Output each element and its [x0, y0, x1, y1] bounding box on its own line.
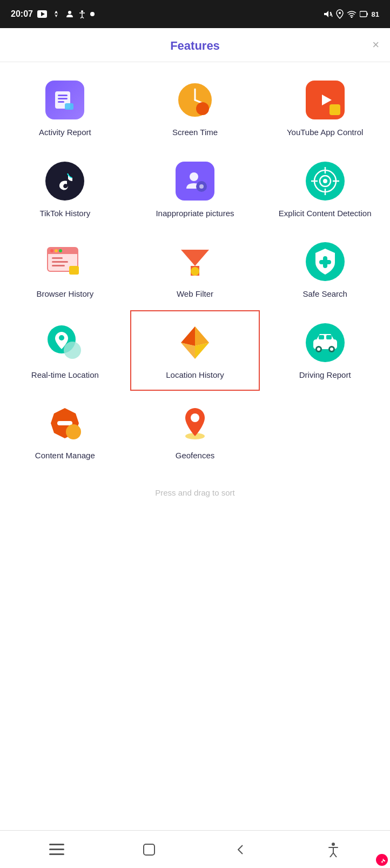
browser-history-icon	[45, 242, 84, 281]
svg-point-7	[339, 12, 341, 14]
svg-rect-68	[49, 853, 64, 855]
svg-rect-66	[49, 844, 64, 845]
svg-rect-12	[58, 95, 68, 96]
feature-explicit-content[interactable]: Explicit Content Detection	[260, 149, 390, 230]
geofences-icon	[176, 404, 214, 443]
activity-report-label: Activity Report	[39, 127, 91, 138]
feature-youtube-control[interactable]: YouTube App Control	[260, 68, 390, 149]
tiktok-history-label: TikTok History	[40, 208, 91, 219]
content-manage-label: Content Manage	[35, 450, 95, 461]
svg-point-47	[59, 335, 64, 340]
svg-point-65	[191, 413, 199, 422]
svg-point-42	[191, 267, 199, 276]
svg-point-61	[330, 348, 333, 351]
status-time: 20:07	[11, 9, 33, 19]
inappropriate-pictures-icon	[176, 162, 214, 201]
web-filter-icon	[176, 242, 214, 281]
close-button[interactable]: ×	[372, 38, 379, 52]
svg-rect-9	[360, 11, 367, 17]
feature-web-filter[interactable]: Web Filter	[130, 229, 260, 310]
activity-report-icon	[45, 81, 84, 119]
svg-point-36	[55, 249, 58, 252]
header: Features ×	[0, 28, 390, 62]
svg-rect-40	[52, 265, 65, 266]
svg-rect-14	[58, 101, 64, 103]
menu-button[interactable]	[44, 837, 70, 863]
sort-hint: Press and drag to sort	[0, 477, 390, 508]
svg-point-19	[196, 102, 209, 115]
explicit-content-label: Explicit Content Detection	[279, 208, 372, 219]
safe-search-label: Safe Search	[302, 289, 347, 299]
battery-charging-icon	[360, 10, 368, 18]
page-title: Features	[170, 39, 220, 53]
feature-safe-search[interactable]: Safe Search	[260, 229, 390, 310]
svg-point-4	[81, 10, 83, 12]
realtime-location-icon	[45, 323, 84, 362]
feature-inappropriate-pictures[interactable]: Inappropriate pictures	[130, 149, 260, 230]
features-grid: Activity Report Screen Time	[0, 62, 390, 477]
location-history-icon	[176, 323, 214, 362]
bottom-nav	[0, 830, 390, 868]
svg-rect-69	[144, 844, 154, 855]
svg-rect-45	[319, 260, 331, 264]
svg-point-8	[351, 17, 352, 18]
location-history-label: Location History	[166, 370, 224, 380]
svg-point-27	[323, 179, 327, 183]
youtube-control-label: YouTube App Control	[287, 127, 364, 138]
svg-point-5	[90, 12, 95, 16]
svg-rect-57	[326, 335, 332, 339]
web-filter-label: Web Filter	[177, 289, 213, 299]
inappropriate-pictures-label: Inappropriate pictures	[156, 208, 234, 219]
tiktok-history-icon	[45, 162, 84, 201]
feature-realtime-location[interactable]: Real-time Location	[0, 310, 130, 391]
svg-rect-15	[65, 103, 73, 110]
svg-point-2	[55, 13, 57, 15]
svg-point-48	[64, 342, 81, 359]
feature-driving-report[interactable]: Driving Report	[260, 310, 390, 391]
youtube-control-icon	[306, 81, 345, 119]
feature-geofences[interactable]: Geofences	[130, 391, 260, 472]
driving-report-label: Driving Report	[299, 370, 351, 380]
wifi-icon	[347, 10, 357, 18]
dot-icon	[90, 12, 95, 16]
driving-report-icon	[306, 323, 345, 362]
accessibility-nav-button[interactable]	[320, 837, 346, 863]
svg-rect-10	[367, 13, 368, 15]
svg-point-59	[317, 348, 320, 351]
realtime-location-label: Real-time Location	[31, 370, 99, 380]
accessibility-icon	[78, 10, 86, 18]
feature-location-history[interactable]: Location History	[130, 310, 260, 391]
main-content: Features × Activity Report	[0, 28, 390, 830]
svg-point-70	[332, 843, 335, 846]
screen-time-label: Screen Time	[172, 127, 218, 138]
back-button[interactable]	[228, 837, 254, 863]
svg-point-3	[68, 11, 71, 14]
svg-marker-20	[322, 95, 332, 105]
svg-point-35	[50, 249, 53, 252]
youtube-icon	[37, 10, 47, 18]
svg-rect-62	[57, 421, 72, 425]
svg-line-74	[333, 853, 337, 857]
feature-tiktok-history[interactable]: TikTok History	[0, 149, 130, 230]
explicit-content-icon	[306, 162, 345, 201]
feature-activity-report[interactable]: Activity Report	[0, 68, 130, 149]
feature-browser-history[interactable]: Browser History	[0, 229, 130, 310]
feature-screen-time[interactable]: Screen Time	[130, 68, 260, 149]
feature-content-manage[interactable]: Content Manage	[0, 391, 130, 472]
svg-point-23	[199, 184, 204, 189]
browser-history-label: Browser History	[36, 289, 93, 299]
svg-rect-13	[58, 98, 68, 99]
svg-point-63	[66, 424, 81, 439]
svg-marker-51	[181, 326, 195, 346]
geofences-label: Geofences	[176, 450, 215, 461]
home-button[interactable]	[136, 837, 162, 863]
person-icon	[65, 10, 74, 18]
status-right: 81	[323, 9, 379, 19]
svg-rect-56	[319, 335, 324, 339]
svg-point-21	[190, 172, 198, 181]
status-left: 20:07	[11, 9, 95, 19]
battery-level: 81	[372, 10, 379, 18]
svg-rect-67	[49, 849, 64, 850]
content-manage-icon	[45, 404, 84, 443]
svg-rect-41	[69, 266, 79, 275]
